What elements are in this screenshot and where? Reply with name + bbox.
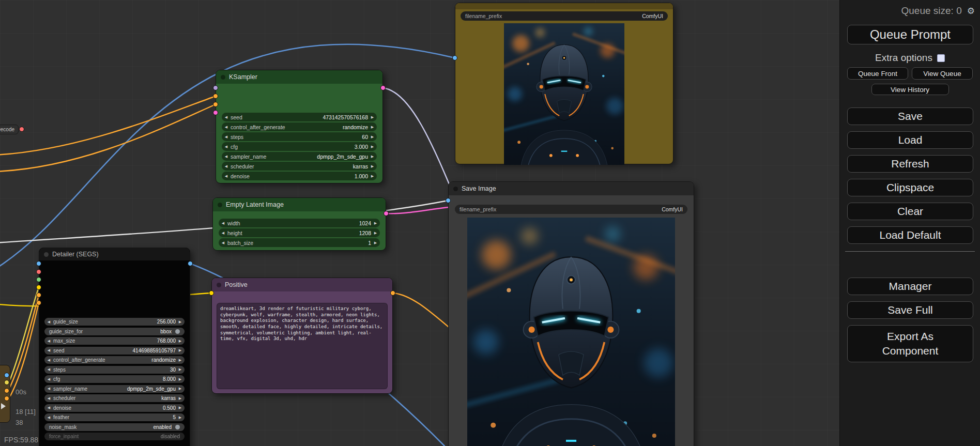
increment-arrow-icon[interactable]: ▶	[176, 406, 185, 410]
widget-denoise[interactable]: ◀ denoise 0.500 ▶	[44, 404, 185, 412]
widget-feather[interactable]: ◀ feather 5 ▶	[44, 413, 185, 421]
widget-steps[interactable]: ◀ steps 30 ▶	[44, 366, 185, 374]
increment-arrow-icon[interactable]: ▶	[176, 348, 185, 352]
collapse-dot-icon[interactable]	[221, 75, 225, 80]
slot-detailer-image-input[interactable]	[36, 261, 41, 266]
node-header[interactable]: Save Image	[449, 182, 694, 195]
slot-frag-1[interactable]	[4, 373, 9, 378]
filename-prefix-widget[interactable]: filename_prefix ComfyUI	[461, 11, 668, 21]
increment-arrow-icon[interactable]: ▶	[371, 241, 380, 245]
increment-arrow-icon[interactable]: ▶	[368, 155, 377, 159]
prompt-textarea[interactable]: dreamlikeart, 3d render of futuristic mi…	[217, 303, 388, 389]
widget-control-after-generate[interactable]: ◀ control_after_generate randomize ▶	[44, 356, 185, 364]
increment-arrow-icon[interactable]: ▶	[176, 416, 185, 420]
node-header[interactable]	[455, 3, 673, 9]
save-button[interactable]: Save	[847, 107, 973, 125]
decrement-arrow-icon[interactable]: ◀	[44, 320, 53, 324]
widget-control-after-generate[interactable]: ◀ control_after_generate randomize ▶	[222, 122, 377, 131]
slot-detailer-image-output[interactable]	[188, 261, 193, 266]
widget-noise-mask[interactable]: noise_mask enabled	[44, 423, 185, 431]
clipspace-button[interactable]: Clipspace	[847, 179, 973, 196]
decrement-arrow-icon[interactable]: ◀	[44, 387, 53, 391]
save-full-button[interactable]: Save Full	[847, 301, 973, 319]
increment-arrow-icon[interactable]: ▶	[371, 221, 380, 225]
collapse-dot-icon[interactable]	[453, 187, 458, 191]
slot-empty-latent-output[interactable]	[384, 211, 389, 216]
increment-arrow-icon[interactable]: ▶	[368, 164, 377, 168]
view-history-button[interactable]: View History	[871, 84, 949, 95]
manager-button[interactable]: Manager	[847, 278, 973, 295]
node-detailer-segs[interactable]: Detailer (SEGS) ◀ guide_size 256.000 ▶ g…	[39, 248, 190, 446]
decrement-arrow-icon[interactable]: ◀	[222, 125, 231, 129]
increment-arrow-icon[interactable]: ▶	[176, 320, 185, 324]
decrement-arrow-icon[interactable]: ◀	[44, 416, 53, 420]
decrement-arrow-icon[interactable]: ◀	[219, 241, 227, 245]
slot-decode-vae-dot[interactable]	[19, 127, 24, 132]
decrement-arrow-icon[interactable]: ◀	[44, 348, 53, 352]
refresh-button[interactable]: Refresh	[847, 155, 973, 173]
increment-arrow-icon[interactable]: ▶	[176, 377, 185, 381]
slot-detailer-clip-input[interactable]	[36, 285, 41, 290]
decrement-arrow-icon[interactable]: ◀	[222, 145, 231, 149]
increment-arrow-icon[interactable]: ▶	[368, 125, 377, 129]
node-header[interactable]: Positive	[212, 278, 392, 291]
slot-ksampler-latent-input[interactable]	[213, 110, 218, 115]
node-ksampler[interactable]: KSampler ◀ seed 473142570576168 ▶ ◀ cont…	[216, 70, 383, 183]
widget-sampler-name[interactable]: ◀ sampler_name dpmpp_2m_sde_gpu ▶	[222, 152, 377, 161]
decrement-arrow-icon[interactable]: ◀	[222, 135, 231, 139]
widget-cfg[interactable]: ◀ cfg 8.000 ▶	[44, 375, 185, 383]
widget-steps[interactable]: ◀ steps 60 ▶	[222, 132, 377, 141]
clear-button[interactable]: Clear	[847, 203, 973, 220]
slot-frag-4[interactable]	[4, 396, 9, 401]
filename-prefix-widget[interactable]: filename_prefix ComfyUI	[455, 205, 687, 214]
widget-scheduler[interactable]: ◀ scheduler karras ▶	[222, 162, 377, 171]
increment-arrow-icon[interactable]: ▶	[176, 396, 185, 401]
decrement-arrow-icon[interactable]: ◀	[222, 115, 231, 119]
widget-force-inpaint[interactable]: force_inpaint disabled	[44, 433, 185, 440]
widget-seed[interactable]: ◀ seed 473142570576168 ▶	[222, 113, 377, 121]
increment-arrow-icon[interactable]: ▶	[368, 145, 377, 149]
increment-arrow-icon[interactable]: ▶	[368, 115, 377, 119]
decrement-arrow-icon[interactable]: ◀	[44, 358, 53, 362]
slot-detailer-segs-input[interactable]	[36, 277, 41, 282]
increment-arrow-icon[interactable]: ▶	[368, 174, 377, 178]
export-as-component-button[interactable]: Export As Component	[847, 325, 973, 362]
increment-arrow-icon[interactable]: ▶	[371, 231, 380, 235]
node-header[interactable]: Empty Latent Image	[213, 198, 386, 211]
decrement-arrow-icon[interactable]: ◀	[44, 367, 53, 372]
node-header[interactable]: Detailer (SEGS)	[39, 248, 190, 260]
node-graph-canvas[interactable]: filename_prefix ComfyUI KSampler ◀ seed …	[0, 0, 980, 446]
toggle-knob-icon[interactable]	[175, 425, 180, 429]
collapse-dot-icon[interactable]	[217, 283, 221, 287]
decrement-arrow-icon[interactable]: ◀	[222, 174, 231, 178]
decrement-arrow-icon[interactable]: ◀	[219, 231, 227, 235]
slot-ksampler-model-input[interactable]	[213, 85, 218, 90]
widget-scheduler[interactable]: ◀ scheduler karras ▶	[44, 394, 185, 402]
decrement-arrow-icon[interactable]: ◀	[44, 377, 53, 381]
slot-positive-cond-output[interactable]	[390, 290, 395, 296]
decrement-arrow-icon[interactable]: ◀	[44, 406, 53, 410]
widget-sampler-name[interactable]: ◀ sampler_name dpmpp_2m_sde_gpu ▶	[44, 385, 185, 393]
node-empty-latent-image[interactable]: Empty Latent Image ◀ width 1024 ▶ ◀ heig…	[212, 197, 386, 251]
slot-ksampler-negative-input[interactable]	[213, 102, 218, 107]
slot-detailer-cond-input-2[interactable]	[36, 300, 41, 305]
queue-prompt-button[interactable]: Queue Prompt	[847, 25, 973, 44]
slot-frag-2[interactable]	[4, 380, 9, 385]
increment-arrow-icon[interactable]: ▶	[176, 367, 185, 372]
load-default-button[interactable]: Load Default	[847, 226, 973, 244]
extra-options-checkbox[interactable]	[937, 54, 945, 62]
load-button[interactable]: Load	[847, 131, 973, 149]
decrement-arrow-icon[interactable]: ◀	[222, 155, 231, 159]
slot-frag-3[interactable]	[4, 388, 9, 393]
widget-batch-size[interactable]: ◀ batch_size 1 ▶	[219, 238, 380, 247]
node-positive-prompt[interactable]: Positive dreamlikeart, 3d render of futu…	[211, 278, 393, 394]
widget-guide-size-for[interactable]: guide_size_for bbox	[44, 328, 185, 335]
slot-save-image-input[interactable]	[446, 198, 451, 203]
slot-detailer-cond-input-1[interactable]	[36, 293, 41, 298]
decrement-arrow-icon[interactable]: ◀	[219, 221, 227, 225]
increment-arrow-icon[interactable]: ▶	[176, 358, 185, 362]
slot-ksampler-positive-input[interactable]	[213, 94, 218, 99]
decrement-arrow-icon[interactable]: ◀	[44, 396, 53, 401]
toggle-knob-icon[interactable]	[175, 329, 180, 334]
slot-preview-top-input[interactable]	[452, 55, 457, 60]
